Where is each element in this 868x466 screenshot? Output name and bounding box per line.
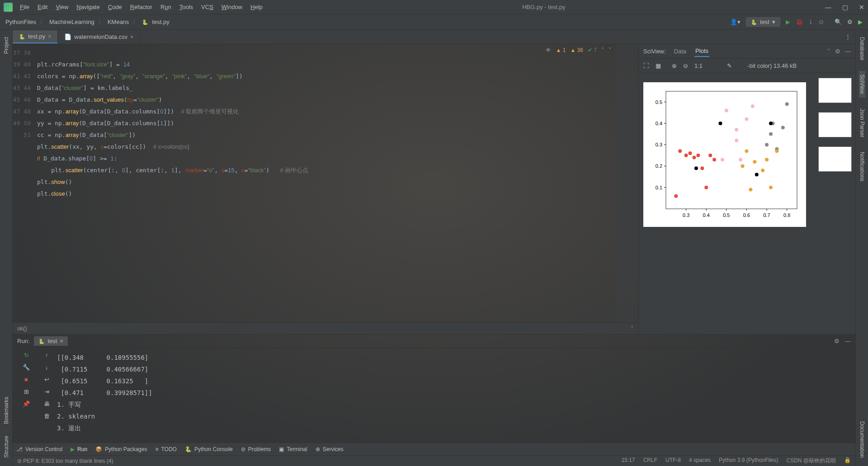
tool-services[interactable]: ⊕ Services [316,446,344,452]
tool-version-control[interactable]: ⎇ Version Control [16,446,62,452]
menu-tools[interactable]: Tools [179,4,193,10]
inspection-widget[interactable]: 👁 ▲ 1 ▲ 36 ✔ 7 ˄ ˅ [546,47,611,53]
plot-thumbnail[interactable] [818,112,852,137]
user-icon[interactable]: 👤▾ [730,19,741,25]
zoom-in-icon[interactable]: ⊕ [672,62,677,69]
chevron-down-icon[interactable]: ˅ [827,48,830,55]
status-message[interactable]: PEP 8: E303 too many blank lines (4) [23,458,113,464]
run-button[interactable]: ▶ [786,19,790,25]
file-encoding[interactable]: UTF-8 [665,457,681,465]
close-tab-icon[interactable]: × [130,34,133,40]
hide-icon[interactable]: — [845,48,851,55]
menu-run[interactable]: Run [160,4,171,10]
svg-text:0.3: 0.3 [656,142,662,147]
bookmarks-tool-button[interactable]: Bookmarks [3,393,9,428]
search-icon[interactable]: 🔍 [835,19,842,25]
maximize-icon[interactable]: ▢ [842,4,848,11]
breadcrumb-item[interactable]: MachineLearning [49,19,94,25]
print-icon[interactable]: 🖶 [44,400,50,407]
menu-edit[interactable]: Edit [38,4,47,10]
code-area[interactable]: plt.rcParams["font.size"] = 14 colors = … [35,44,616,322]
run-config-selector[interactable]: test ▾ [746,17,780,27]
tool-run[interactable]: ▶ Run [71,446,87,452]
play-icon[interactable]: ▶ [858,19,863,25]
close-icon[interactable]: ✕ [859,4,864,11]
breadcrumb-item[interactable]: PythonFiles [5,19,36,25]
sciview-tool-button[interactable]: SciView [859,71,865,97]
gear-icon[interactable]: ⚙ [834,338,840,344]
json-parser-tool-button[interactable]: Json Parser [859,105,865,141]
tool-terminal[interactable]: ▣ Terminal [279,446,307,452]
prev-highlight-icon[interactable]: ˄ [601,47,604,53]
close-icon[interactable]: × [60,338,63,344]
menu-vcs[interactable]: VCS [201,4,213,10]
layout-icon[interactable]: ⊞ [24,388,29,395]
plot-viewer[interactable]: 0.30.40.50.60.70.80.10.20.30.40.5 [639,73,815,334]
minimize-icon[interactable]: — [825,4,831,11]
breadcrumb-item[interactable]: test.py [152,19,169,25]
menu-navigate[interactable]: Navigate [76,4,99,10]
trash-icon[interactable]: 🗑 [44,413,50,419]
line-separator[interactable]: CRLF [643,457,657,465]
breadcrumb-func[interactable]: sk() [17,325,27,332]
svg-point-38 [785,102,789,106]
close-tab-icon[interactable]: × [48,33,51,40]
weak-warning-indicator[interactable]: ▲ 36 [570,47,583,53]
plot-thumbnail[interactable] [818,146,852,172]
eye-icon[interactable]: 👁 [546,47,551,53]
hide-icon[interactable]: — [845,338,851,344]
stop-icon[interactable]: ■ [24,376,28,383]
tool-todo[interactable]: ≡ TODO [155,446,176,452]
notifications-tool-button[interactable]: Notifications [859,148,865,185]
up-icon[interactable]: ↑ [45,352,48,358]
caret-position[interactable]: 15:17 [622,457,635,465]
plot-thumbnail[interactable] [818,78,852,103]
profile-button[interactable]: ⊙ [819,19,824,25]
tab-watermelon-csv[interactable]: 📄 watermelonData.csv × [58,31,140,43]
debug-button[interactable]: 🐞 [796,19,803,25]
structure-tool-button[interactable]: Structure [3,432,9,461]
zoom-out-icon[interactable]: ⊖ [683,62,688,69]
tool-problems[interactable]: ⊘ Problems [241,446,271,452]
gear-icon[interactable]: ⚙ [835,48,840,55]
tool-python-packages[interactable]: 📦 Python Packages [95,446,147,452]
interpreter-info[interactable]: Python 3.9 (PythonFiles) [719,457,778,465]
tab-more-icon[interactable]: ⋮ [840,33,855,40]
rerun-icon[interactable]: ↻ [24,352,29,358]
sciview-tab-plots[interactable]: Plots [694,46,709,57]
console-output[interactable]: [[0.348 0.18955556] [0.7115 0.40566667] … [53,348,855,442]
documentation-tool-button[interactable]: Documentation [859,418,865,461]
pin-icon[interactable]: 📌 [23,400,30,407]
down-icon[interactable]: ↓ [45,364,48,371]
tool-python-console[interactable]: 🐍 Python Console [185,446,233,452]
menu-file[interactable]: File [20,4,29,10]
menu-code[interactable]: Code [108,4,122,10]
soft-wrap-icon[interactable]: ↩ [44,376,49,383]
coverage-button[interactable]: ⤹ [808,19,813,25]
fit-icon[interactable]: ⛶ [643,62,649,69]
database-tool-button[interactable]: Database [859,33,865,64]
menu-refactor[interactable]: Refactor [130,4,152,10]
zoom-label[interactable]: 1:1 [694,62,703,69]
code-editor[interactable]: 37 38 39 40 41 42 43 44 45 46 47 48 49 5… [13,44,638,322]
ok-indicator[interactable]: ✔ 7 [588,47,597,53]
menu-window[interactable]: Window [222,4,242,10]
chevron-down-icon[interactable]: ˅ [631,325,634,332]
minimap[interactable] [616,44,638,322]
edit-icon[interactable]: ✎ [727,62,732,69]
next-highlight-icon[interactable]: ˅ [609,47,611,53]
tab-test-py[interactable]: test.py × [13,30,58,43]
gear-icon[interactable]: ⚙ [847,19,853,25]
run-tab[interactable]: test × [34,336,68,346]
grid-icon[interactable]: ▦ [656,62,661,69]
menu-help[interactable]: Help [250,4,263,10]
scroll-end-icon[interactable]: ⇥ [44,388,49,395]
indent-info[interactable]: 4 spaces [689,457,711,465]
project-tool-button[interactable]: Project [3,33,9,57]
wrench-icon[interactable]: 🔧 [23,364,30,371]
menu-view[interactable]: View [56,4,68,10]
sciview-tab-data[interactable]: Data [673,46,687,56]
warning-indicator[interactable]: ▲ 1 [556,47,566,53]
lock-icon[interactable]: 🔒 [844,457,851,465]
breadcrumb-item[interactable]: KMeans [108,19,129,25]
